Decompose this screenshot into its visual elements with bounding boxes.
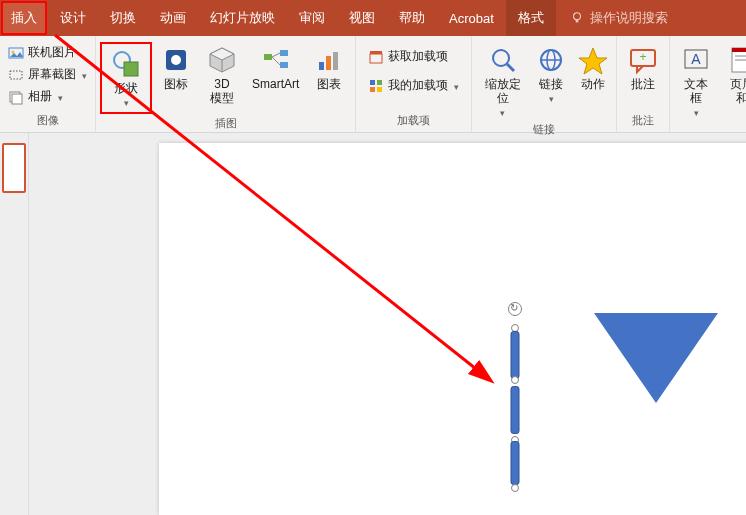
slide[interactable]: [159, 143, 746, 515]
action-icon: [577, 44, 609, 76]
group-illustrations: 形状 图标 3D 模型 SmartArt 图表 插图: [96, 36, 356, 132]
tab-design[interactable]: 设计: [48, 0, 98, 36]
tab-insert[interactable]: 插入: [1, 1, 47, 35]
photo-album-button[interactable]: 相册: [4, 86, 91, 107]
group-illustrations-label: 插图: [215, 114, 237, 135]
caret-down-icon: [80, 68, 87, 82]
group-text: A 文本框 页眉和: [670, 36, 746, 132]
group-images: 联机图片 屏幕截图 相册 图像: [0, 36, 96, 132]
resize-handle[interactable]: [511, 376, 519, 384]
tab-review[interactable]: 审阅: [287, 0, 337, 36]
svg-text:+: +: [640, 50, 647, 64]
tab-help[interactable]: 帮助: [387, 0, 437, 36]
textbox-button[interactable]: A 文本框: [674, 42, 718, 120]
link-icon: [535, 44, 567, 76]
textbox-label: 文本框: [680, 78, 712, 106]
comment-button[interactable]: + 批注: [621, 42, 665, 94]
resize-handle[interactable]: [511, 484, 519, 492]
svg-rect-14: [319, 62, 324, 70]
smartart-button[interactable]: SmartArt: [246, 42, 305, 94]
caret-down-icon: [549, 94, 554, 104]
svg-rect-13: [280, 62, 288, 68]
online-pictures-button[interactable]: 联机图片: [4, 42, 91, 63]
svg-line-24: [507, 64, 514, 71]
textbox-icon: A: [680, 44, 712, 76]
header-footer-label: 页眉和: [726, 78, 746, 106]
tab-view[interactable]: 视图: [337, 0, 387, 36]
comment-label: 批注: [631, 78, 655, 92]
ribbon: 联机图片 屏幕截图 相册 图像: [0, 36, 746, 133]
store-icon: [368, 49, 384, 65]
caret-down-icon: [500, 108, 505, 118]
caret-down-icon: [124, 98, 129, 108]
svg-rect-22: [377, 87, 382, 92]
svg-rect-6: [12, 94, 22, 104]
my-addins-label: 我的加载项: [388, 77, 448, 94]
svg-marker-28: [579, 48, 607, 74]
link-button[interactable]: 链接: [531, 42, 570, 106]
shape-segment: [511, 441, 520, 485]
caret-down-icon: [56, 90, 63, 104]
group-images-label: 图像: [37, 111, 59, 132]
header-footer-button[interactable]: 页眉和: [720, 42, 746, 108]
svg-rect-16: [333, 52, 338, 70]
caret-down-icon: [694, 108, 699, 118]
album-label: 相册: [28, 88, 52, 105]
chart-button[interactable]: 图表: [307, 42, 351, 94]
zoom-button[interactable]: 缩放定位: [476, 42, 529, 120]
shapes-label: 形状: [114, 82, 138, 96]
group-comment-label: 批注: [632, 111, 654, 132]
group-addins-label: 加载项: [397, 111, 430, 132]
slide-canvas-area: [29, 133, 746, 515]
shapes-icon: [110, 48, 142, 80]
zoom-icon: [487, 44, 519, 76]
smartart-icon: [260, 44, 292, 76]
ribbon-tabs: 插入 设计 切换 动画 幻灯片放映 审阅 视图 帮助 Acrobat 格式 操作…: [0, 0, 746, 36]
lightbulb-icon: [570, 11, 584, 25]
tell-me-search[interactable]: 操作说明搜索: [556, 0, 682, 36]
shapes-button[interactable]: 形状: [100, 42, 152, 114]
tab-transition[interactable]: 切换: [98, 0, 148, 36]
svg-rect-12: [280, 50, 288, 56]
slide-thumbnails-panel: [0, 133, 29, 515]
svg-rect-4: [10, 71, 22, 79]
svg-point-0: [573, 13, 580, 20]
chart-icon: [313, 44, 345, 76]
cube-icon: [206, 44, 238, 76]
rotate-handle-icon[interactable]: [508, 302, 522, 316]
svg-rect-19: [370, 80, 375, 85]
svg-text:A: A: [692, 51, 702, 67]
smartart-label: SmartArt: [252, 78, 299, 92]
group-links: 缩放定位 链接 动作 链接: [472, 36, 617, 132]
caret-down-icon: [452, 79, 459, 93]
link-label: 链接: [539, 78, 563, 92]
action-label: 动作: [581, 78, 605, 92]
tab-format[interactable]: 格式: [506, 0, 556, 36]
online-pictures-icon: [8, 45, 24, 61]
svg-rect-11: [264, 54, 272, 60]
svg-rect-34: [732, 48, 746, 52]
get-addins-label: 获取加载项: [388, 48, 448, 65]
triangle-shape[interactable]: [594, 313, 718, 403]
svg-rect-21: [370, 87, 375, 92]
tab-slideshow[interactable]: 幻灯片放映: [198, 0, 287, 36]
action-button[interactable]: 动作: [573, 42, 612, 94]
group-comment: + 批注 批注: [617, 36, 670, 132]
selected-shape-segmented-line[interactable]: [509, 328, 521, 488]
screenshot-button[interactable]: 屏幕截图: [4, 64, 91, 85]
chart-label: 图表: [317, 78, 341, 92]
icons-label: 图标: [164, 78, 188, 92]
my-addins-button[interactable]: 我的加载项: [364, 75, 463, 96]
icons-button[interactable]: 图标: [154, 42, 198, 94]
svg-rect-15: [326, 56, 331, 70]
get-addins-button[interactable]: 获取加载项: [364, 46, 463, 67]
icons-icon: [160, 44, 192, 76]
slide-thumbnail-1[interactable]: [2, 143, 26, 193]
svg-rect-20: [377, 80, 382, 85]
svg-point-3: [12, 50, 15, 53]
shape-segment: [511, 386, 520, 434]
tab-acrobat[interactable]: Acrobat: [437, 0, 506, 36]
tab-animation[interactable]: 动画: [148, 0, 198, 36]
3d-models-button[interactable]: 3D 模型: [200, 42, 244, 108]
header-footer-icon: [726, 44, 746, 76]
